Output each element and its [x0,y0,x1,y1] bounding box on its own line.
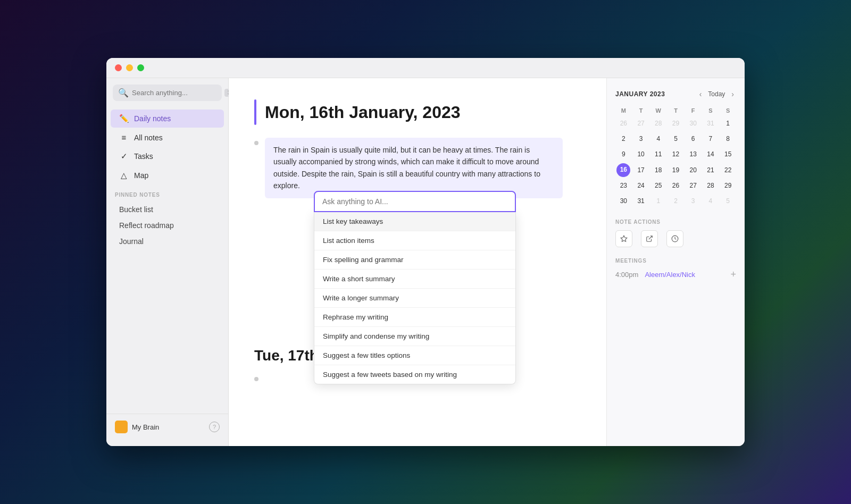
cal-header-t1: T [633,106,649,115]
minimize-button[interactable] [126,64,133,71]
ai-suggestion-8[interactable]: Suggest a few tweets based on my writing [314,365,515,384]
cal-day-14[interactable]: 14 [703,147,719,162]
meeting-add-button[interactable]: + [730,269,736,280]
search-bar[interactable]: 🔍 ⌘K 🎤 [113,85,222,101]
nav-label-all-notes: All notes [134,133,163,142]
cal-day-26[interactable]: 26 [668,179,684,193]
ai-suggestion-6[interactable]: Simplify and condense my writing [314,327,515,346]
cal-day-3next[interactable]: 3 [685,194,702,208]
help-icon[interactable]: ? [209,422,220,432]
cal-day-20[interactable]: 20 [685,163,702,178]
cal-day-11[interactable]: 11 [650,147,666,162]
cal-day-8[interactable]: 8 [720,132,736,146]
meetings-section: MEETINGS 4:00pm Aleem/Alex/Nick + [615,258,736,280]
ai-suggestion-3[interactable]: Write a short summary [314,270,515,289]
sidebar-item-tasks[interactable]: ✓ Tasks [111,147,224,165]
sidebar-item-all-notes[interactable]: ≡ All notes [111,129,224,146]
ai-input[interactable] [314,191,516,212]
cal-day-29prev[interactable]: 29 [668,116,684,131]
cal-day-29[interactable]: 29 [720,179,736,193]
pinned-section: PINNED NOTES Bucket list Reflect roadmap… [106,186,228,253]
ai-suggestion-5[interactable]: Rephrase my writing [314,308,515,327]
cal-day-17[interactable]: 17 [633,163,649,178]
search-input[interactable] [132,89,221,97]
cal-day-22[interactable]: 22 [720,163,736,178]
cal-day-23[interactable]: 23 [615,179,632,193]
note-actions-label: NOTE ACTIONS [615,219,736,225]
date-bar [254,99,256,125]
pinned-label: PINNED NOTES [115,192,220,198]
note1-date-header: Mon, 16th January, 2023 [254,99,581,125]
cal-day-27[interactable]: 27 [685,179,702,193]
cal-day-16-today[interactable]: 16 [616,163,630,177]
cal-day-1[interactable]: 1 [720,116,736,131]
calendar-header: JANUARY 2023 ‹ Today › [615,89,736,99]
cal-day-3[interactable]: 3 [633,132,649,146]
note1-content-area: The rain in Spain is usually quite mild,… [254,138,581,198]
note2-bullet [254,377,258,381]
export-action-button[interactable] [641,230,658,247]
cal-day-26prev[interactable]: 26 [615,116,632,131]
cal-day-30prev[interactable]: 30 [685,116,702,131]
pin-action-button[interactable] [615,230,632,247]
cal-day-13[interactable]: 13 [685,147,702,162]
sidebar-item-daily-notes[interactable]: ✏️ Daily notes [111,110,224,128]
cal-day-2[interactable]: 2 [615,132,632,146]
calendar: JANUARY 2023 ‹ Today › M T W T F S S [615,89,736,208]
ai-suggestion-2[interactable]: Fix spelling and grammar [314,250,515,270]
cal-header-m: M [615,106,632,115]
app-body: 🔍 ⌘K 🎤 ✏️ Daily notes ≡ All notes ✓ Task… [106,78,745,446]
cal-day-31prev[interactable]: 31 [703,116,719,131]
right-panel: JANUARY 2023 ‹ Today › M T W T F S S [606,78,745,446]
cal-day-15[interactable]: 15 [720,147,736,162]
cal-day-5next[interactable]: 5 [720,194,736,208]
note1-title: Mon, 16th January, 2023 [265,103,461,122]
ai-suggestion-4[interactable]: Write a longer summary [314,289,515,308]
cal-day-24[interactable]: 24 [633,179,649,193]
meeting-name[interactable]: Aleem/Alex/Nick [645,271,695,279]
pinned-item-bucket-list[interactable]: Bucket list [115,202,220,217]
calendar-prev-button[interactable]: ‹ [697,89,704,99]
maximize-button[interactable] [137,64,144,71]
note-actions-row [615,230,736,247]
cal-day-7[interactable]: 7 [703,132,719,146]
cal-day-5[interactable]: 5 [668,132,684,146]
cal-day-31[interactable]: 31 [633,194,649,208]
ai-suggestion-7[interactable]: Suggest a few titles options [314,346,515,365]
cal-day-12[interactable]: 12 [668,147,684,162]
cal-day-19[interactable]: 19 [668,163,684,178]
calendar-next-button[interactable]: › [729,89,736,99]
user-avatar [115,421,128,433]
calendar-today-button[interactable]: Today [708,90,725,98]
ai-suggestions-list: List key takeaways List action items Fix… [314,212,516,384]
cal-day-2next[interactable]: 2 [668,194,684,208]
cal-day-4next[interactable]: 4 [703,194,719,208]
cal-day-30[interactable]: 30 [615,194,632,208]
cal-day-10[interactable]: 10 [633,147,649,162]
sidebar-item-map[interactable]: △ Map [111,166,224,184]
close-button[interactable] [115,64,122,71]
cal-day-18[interactable]: 18 [650,163,666,178]
pinned-item-reflect-roadmap[interactable]: Reflect roadmap [115,218,220,233]
pinned-item-journal[interactable]: Journal [115,234,220,249]
ai-suggestion-1[interactable]: List action items [314,231,515,250]
cal-header-s1: S [703,106,719,115]
cal-header-s2: S [720,106,736,115]
cal-day-21[interactable]: 21 [703,163,719,178]
note1-text[interactable]: The rain in Spain is usually quite mild,… [265,138,563,198]
sidebar-footer: My Brain ? [106,414,228,440]
cal-header-w: W [650,106,666,115]
history-action-button[interactable] [666,230,683,247]
user-info: My Brain [115,421,159,433]
cal-day-25[interactable]: 25 [650,179,666,193]
ai-dropdown-container: List key takeaways List action items Fix… [314,191,516,384]
cal-day-1next[interactable]: 1 [650,194,666,208]
cal-day-6[interactable]: 6 [685,132,702,146]
sidebar: 🔍 ⌘K 🎤 ✏️ Daily notes ≡ All notes ✓ Task… [106,78,229,446]
cal-day-4[interactable]: 4 [650,132,666,146]
ai-suggestion-0[interactable]: List key takeaways [314,212,515,231]
cal-day-9[interactable]: 9 [615,147,632,162]
cal-day-28[interactable]: 28 [703,179,719,193]
cal-day-28prev[interactable]: 28 [650,116,666,131]
cal-day-27prev[interactable]: 27 [633,116,649,131]
